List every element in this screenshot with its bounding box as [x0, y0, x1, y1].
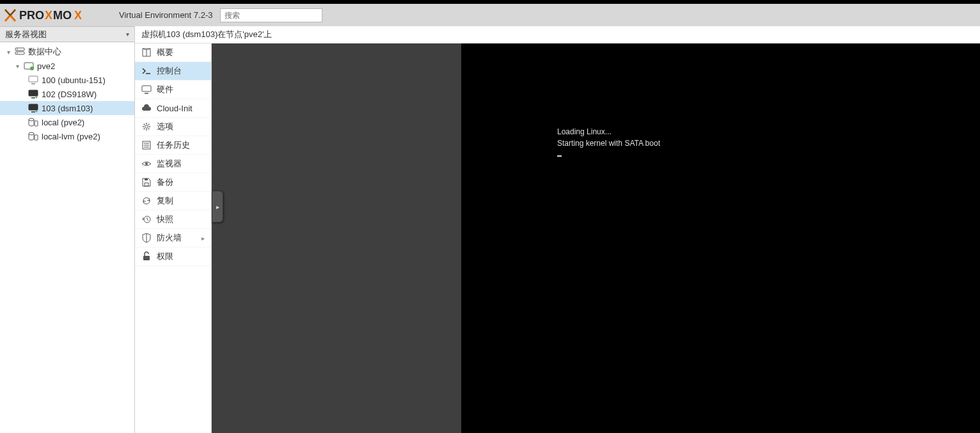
tree-item-locallvm[interactable]: local-lvm (pve2)	[0, 129, 134, 143]
svg-rect-4	[15, 48, 24, 51]
svg-point-37	[145, 162, 148, 165]
menu-item-taskhistory[interactable]: 任务历史	[135, 136, 211, 155]
console-line-2: Starting kernel with SATA boot	[557, 139, 660, 148]
console-dark-margin	[212, 43, 461, 433]
panel-collapse-handle[interactable]: ▸	[212, 191, 223, 223]
svg-point-6	[17, 49, 18, 50]
tree-item-label: 数据中心	[28, 46, 61, 58]
menu-item-permissions[interactable]: 权限	[135, 248, 211, 266]
svg-rect-39	[145, 178, 148, 180]
book-icon	[141, 47, 152, 58]
monitor-icon	[141, 84, 152, 95]
svg-rect-41	[143, 256, 150, 260]
svg-rect-38	[145, 183, 148, 186]
eye-icon	[141, 159, 152, 169]
terminal-icon	[141, 66, 152, 76]
tree-item-local[interactable]: local (pve2)	[0, 115, 134, 129]
svg-rect-19	[35, 135, 38, 140]
tree-item-label: 100 (ubuntu-151)	[42, 75, 106, 85]
menu-item-label: Cloud-Init	[157, 104, 193, 113]
tree-item-label: local-lvm (pve2)	[42, 132, 100, 141]
menu-item-label: 控制台	[157, 65, 182, 77]
menu-item-label: 权限	[157, 251, 173, 262]
menu-item-label: 备份	[157, 177, 173, 188]
view-selector-dropdown[interactable]: 服务器视图 ▾	[0, 26, 134, 42]
console-area: ▸ Loading Linux... Starting kernel with …	[212, 43, 980, 433]
menu-item-replication[interactable]: 复制	[135, 192, 211, 210]
monitor-off-icon	[28, 75, 38, 85]
menu-item-label: 任务历史	[157, 139, 190, 151]
server-icon	[15, 47, 25, 57]
chevron-down-icon: ▾	[126, 31, 129, 38]
menu-item-hardware[interactable]: 硬件	[135, 81, 211, 99]
storage-icon	[28, 117, 38, 127]
svg-line-30	[144, 124, 145, 125]
resource-tree: ▾数据中心▾pve2100 (ubuntu-151)102 (DS918W)10…	[0, 42, 134, 433]
menu-item-snapshot[interactable]: 快照	[135, 210, 211, 229]
gear-icon	[141, 122, 152, 132]
menu-item-console[interactable]: 控制台	[135, 62, 211, 81]
main-area: 服务器视图 ▾ ▾数据中心▾pve2100 (ubuntu-151)102 (D…	[0, 26, 980, 433]
header-bar: PRO X MO X Virtual Environment 7.2-3	[0, 4, 980, 26]
console-line-1: Loading Linux...	[557, 127, 612, 136]
sync-icon	[141, 196, 152, 206]
svg-point-7	[17, 52, 18, 54]
monitor-on-icon	[28, 103, 38, 113]
tree-item-vm103[interactable]: 103 (dsm103)	[0, 101, 134, 115]
tree-item-datacenter[interactable]: ▾数据中心	[0, 45, 134, 59]
menu-item-label: 概要	[157, 47, 173, 58]
list-icon	[141, 140, 152, 150]
tree-item-label: pve2	[37, 61, 55, 71]
console-cursor	[557, 155, 562, 157]
search-input[interactable]	[220, 8, 322, 22]
menu-item-label: 快照	[157, 214, 173, 225]
menu-item-backup[interactable]: 备份	[135, 173, 211, 192]
storage-icon	[28, 131, 38, 141]
menu-item-label: 硬件	[157, 84, 173, 95]
history-icon	[141, 214, 152, 224]
svg-rect-14	[29, 104, 38, 110]
svg-point-9	[30, 67, 34, 70]
tree-item-vm100[interactable]: 100 (ubuntu-151)	[0, 73, 134, 87]
proxmox-logo: PRO X MO X	[4, 8, 113, 23]
tree-item-pve2[interactable]: ▾pve2	[0, 59, 134, 73]
svg-text:X: X	[45, 9, 52, 22]
tree-toggle-icon[interactable]: ▾	[14, 63, 20, 70]
ve-version-label: Virtual Environment 7.2-3	[119, 10, 212, 20]
unlock-icon	[141, 251, 152, 262]
menu-item-firewall[interactable]: 防火墙 ▸	[135, 229, 211, 248]
save-icon	[141, 177, 152, 187]
menu-item-label: 复制	[157, 195, 173, 207]
left-sidebar: 服务器视图 ▾ ▾数据中心▾pve2100 (ubuntu-151)102 (D…	[0, 26, 135, 433]
svg-point-24	[145, 125, 148, 129]
menu-item-summary[interactable]: 概要	[135, 43, 211, 62]
view-selector-label: 服务器视图	[5, 29, 47, 40]
svg-rect-22	[142, 86, 151, 91]
tree-item-label: local (pve2)	[42, 118, 84, 127]
svg-text:X: X	[74, 9, 82, 22]
svg-line-28	[144, 129, 145, 129]
menu-item-monitor[interactable]: 监视器	[135, 155, 211, 173]
content-area: 虚拟机103 (dsm103)在节点'pve2'上 概要 控制台 硬件 Clou…	[135, 26, 980, 433]
svg-point-16	[29, 118, 34, 121]
chevron-right-icon: ▸	[216, 203, 219, 210]
vm-console-output[interactable]: Loading Linux... Starting kernel with SA…	[461, 43, 980, 433]
tree-toggle-icon[interactable]: ▾	[5, 49, 12, 56]
menu-item-cloudinit[interactable]: Cloud-Init	[135, 99, 211, 118]
menu-item-options[interactable]: 选项	[135, 118, 211, 136]
svg-line-26	[148, 129, 149, 129]
breadcrumb: 虚拟机103 (dsm103)在节点'pve2'上	[135, 26, 980, 43]
svg-line-32	[148, 124, 149, 125]
tree-item-vm102[interactable]: 102 (DS918W)	[0, 87, 134, 101]
menu-item-label: 选项	[157, 121, 173, 132]
shield-icon	[141, 233, 152, 243]
svg-rect-12	[29, 90, 38, 96]
vm-menu-panel: 概要 控制台 硬件 Cloud-Init 选项 任务历史 监视器 备份 复制 快…	[135, 43, 212, 433]
cloud-icon	[141, 103, 152, 113]
tree-item-label: 102 (DS918W)	[42, 90, 97, 99]
menu-item-label: 防火墙	[157, 232, 182, 244]
node-icon	[24, 61, 34, 71]
monitor-on-icon	[28, 89, 38, 99]
menu-item-label: 监视器	[157, 158, 182, 169]
tree-item-label: 103 (dsm103)	[42, 104, 93, 113]
